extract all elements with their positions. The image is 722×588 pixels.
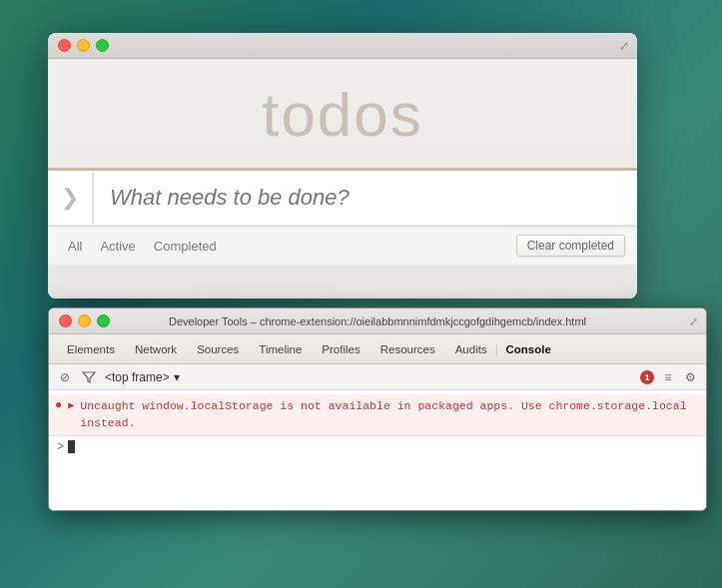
chevron-down-icon: ❯ bbox=[61, 185, 79, 211]
desktop: ⤢ todos ❯ All Active Completed Cle bbox=[0, 18, 722, 588]
tab-resources[interactable]: Resources bbox=[370, 337, 445, 361]
console-cursor bbox=[68, 440, 75, 453]
filter-icon[interactable] bbox=[81, 369, 97, 385]
tab-timeline[interactable]: Timeline bbox=[249, 337, 312, 361]
tab-network[interactable]: Network bbox=[125, 337, 187, 361]
close-button[interactable] bbox=[58, 39, 71, 52]
toggle-all-button[interactable]: ❯ bbox=[48, 172, 94, 224]
console-error-entry: ● ▶ Uncaught window.localStorage is not … bbox=[49, 394, 706, 436]
traffic-lights bbox=[58, 39, 109, 52]
minimize-button[interactable] bbox=[77, 39, 90, 52]
expand-frames-icon[interactable]: ≡ bbox=[660, 369, 676, 385]
new-todo-input[interactable] bbox=[94, 171, 637, 225]
no-entry-icon[interactable]: ⊘ bbox=[57, 369, 73, 385]
filter-completed-button[interactable]: Completed bbox=[146, 236, 225, 257]
tab-elements[interactable]: Elements bbox=[57, 337, 125, 361]
console-area: ● ▶ Uncaught window.localStorage is not … bbox=[49, 390, 706, 510]
maximize-button[interactable] bbox=[96, 39, 109, 52]
expand-triangle-icon[interactable]: ▶ bbox=[68, 399, 74, 411]
frame-label: <top frame> bbox=[105, 370, 170, 384]
devtools-traffic-lights bbox=[59, 314, 110, 327]
devtools-window: Developer Tools – chrome-extension://oie… bbox=[48, 307, 707, 511]
console-error-message: Uncaught window.localStorage is not avai… bbox=[80, 397, 700, 432]
filter-buttons: All Active Completed bbox=[60, 236, 225, 257]
console-prompt-line[interactable]: > bbox=[49, 436, 706, 458]
error-circle-icon: ● bbox=[55, 398, 62, 412]
frame-dropdown-icon: ▾ bbox=[174, 370, 180, 384]
todos-input-area: ❯ All Active Completed Clear completed bbox=[48, 168, 637, 265]
tab-console[interactable]: Console bbox=[496, 337, 561, 361]
filter-active-button[interactable]: Active bbox=[92, 236, 143, 257]
todos-footer: All Active Completed Clear completed bbox=[48, 226, 637, 265]
error-badge: 1 bbox=[640, 370, 654, 384]
expand-icon[interactable]: ⤢ bbox=[619, 39, 629, 53]
devtools-minimize-button[interactable] bbox=[78, 314, 91, 327]
tab-audits[interactable]: Audits bbox=[445, 337, 497, 361]
devtools-expand-icon[interactable]: ⤢ bbox=[689, 314, 698, 327]
devtools-titlebar: Developer Tools – chrome-extension://oie… bbox=[49, 308, 706, 334]
todos-window: ⤢ todos ❯ All Active Completed Cle bbox=[48, 33, 637, 298]
frame-selector[interactable]: <top frame> ▾ bbox=[105, 370, 180, 384]
error-count: 1 bbox=[640, 370, 654, 384]
tab-profiles[interactable]: Profiles bbox=[312, 337, 369, 361]
devtools-tab-bar: Elements Network Sources Timeline Profil… bbox=[49, 334, 706, 364]
input-row: ❯ bbox=[48, 171, 637, 226]
devtools-title: Developer Tools – chrome-extension://oie… bbox=[169, 315, 586, 327]
tab-sources[interactable]: Sources bbox=[187, 337, 249, 361]
todos-content: todos ❯ All Active Completed Clear compl… bbox=[48, 59, 637, 298]
filter-all-button[interactable]: All bbox=[60, 236, 90, 257]
settings-icon[interactable]: ⚙ bbox=[682, 369, 698, 385]
devtools-toolbar: ⊘ <top frame> ▾ 1 ≡ ⚙ bbox=[49, 364, 706, 390]
app-title: todos bbox=[48, 79, 637, 150]
devtools-maximize-button[interactable] bbox=[97, 314, 110, 327]
prompt-symbol: > bbox=[57, 440, 64, 454]
todos-titlebar: ⤢ bbox=[48, 33, 637, 59]
clear-completed-button[interactable]: Clear completed bbox=[516, 235, 625, 257]
devtools-right-toolbar: 1 ≡ ⚙ bbox=[640, 369, 698, 385]
devtools-close-button[interactable] bbox=[59, 314, 72, 327]
